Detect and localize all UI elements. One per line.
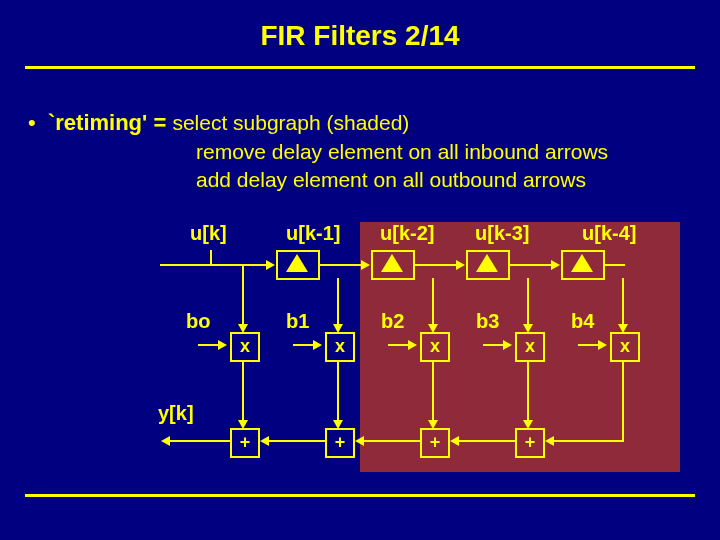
- wire: [622, 278, 624, 326]
- wire: [337, 278, 339, 326]
- delay-icon: [476, 254, 498, 272]
- wire: [242, 264, 244, 326]
- bullet-line-1: • `retiming' = select subgraph (shaded): [28, 110, 409, 136]
- wire: [554, 440, 624, 442]
- adder-0: +: [230, 428, 260, 458]
- label-b1: b1: [286, 310, 309, 333]
- divider-top: [25, 66, 695, 69]
- label-b4: b4: [571, 310, 594, 333]
- wire: [459, 440, 515, 442]
- wire: [198, 344, 218, 346]
- wire: [242, 362, 244, 422]
- label-b2: b2: [381, 310, 404, 333]
- wire: [337, 362, 339, 422]
- wire: [170, 440, 230, 442]
- label-u4: u[k-4]: [582, 222, 636, 245]
- arrowhead-icon: [313, 340, 322, 350]
- delay-icon: [571, 254, 593, 272]
- fir-diagram: u[k] u[k-1] u[k-2] u[k-3] u[k-4]: [150, 220, 690, 480]
- arrowhead-icon: [551, 260, 560, 270]
- arrowhead-icon: [218, 340, 227, 350]
- arrowhead-icon: [545, 436, 554, 446]
- arrowhead-icon: [598, 340, 607, 350]
- wire: [578, 344, 598, 346]
- bullet-line-3: add delay element on all outbound arrows: [196, 168, 586, 192]
- delay-icon: [286, 254, 308, 272]
- wire: [415, 264, 458, 266]
- arrowhead-icon: [408, 340, 417, 350]
- arrowhead-icon: [260, 436, 269, 446]
- label-b0: bo: [186, 310, 210, 333]
- arrowhead-icon: [161, 436, 170, 446]
- arrowhead-icon: [361, 260, 370, 270]
- label-u0: u[k]: [190, 222, 227, 245]
- wire: [605, 264, 625, 266]
- multiplier-3: x: [515, 332, 545, 362]
- label-u2: u[k-2]: [380, 222, 434, 245]
- wire: [510, 264, 553, 266]
- wire: [320, 264, 363, 266]
- arrowhead-icon: [456, 260, 465, 270]
- divider-bottom: [25, 494, 695, 497]
- label-b3: b3: [476, 310, 499, 333]
- wire: [160, 264, 210, 266]
- label-yk: y[k]: [158, 402, 194, 425]
- wire: [622, 362, 624, 440]
- multiplier-0: x: [230, 332, 260, 362]
- wire: [269, 440, 325, 442]
- arrowhead-icon: [450, 436, 459, 446]
- slide-title: FIR Filters 2/14: [0, 20, 720, 52]
- label-u3: u[k-3]: [475, 222, 529, 245]
- bullet-desc: select subgraph (shaded): [172, 111, 409, 134]
- wire: [432, 362, 434, 422]
- arrowhead-icon: [503, 340, 512, 350]
- arrowhead-icon: [355, 436, 364, 446]
- wire: [432, 278, 434, 326]
- wire: [364, 440, 420, 442]
- wire: [527, 362, 529, 422]
- multiplier-1: x: [325, 332, 355, 362]
- adder-3: +: [515, 428, 545, 458]
- wire: [388, 344, 408, 346]
- wire: [483, 344, 503, 346]
- arrowhead-icon: [266, 260, 275, 270]
- adder-2: +: [420, 428, 450, 458]
- label-u1: u[k-1]: [286, 222, 340, 245]
- wire: [210, 264, 268, 266]
- wire: [293, 344, 313, 346]
- delay-icon: [381, 254, 403, 272]
- multiplier-2: x: [420, 332, 450, 362]
- multiplier-4: x: [610, 332, 640, 362]
- adder-1: +: [325, 428, 355, 458]
- bullet-line-2: remove delay element on all inbound arro…: [196, 140, 608, 164]
- wire: [527, 278, 529, 326]
- bullet-term: `retiming' =: [48, 110, 166, 135]
